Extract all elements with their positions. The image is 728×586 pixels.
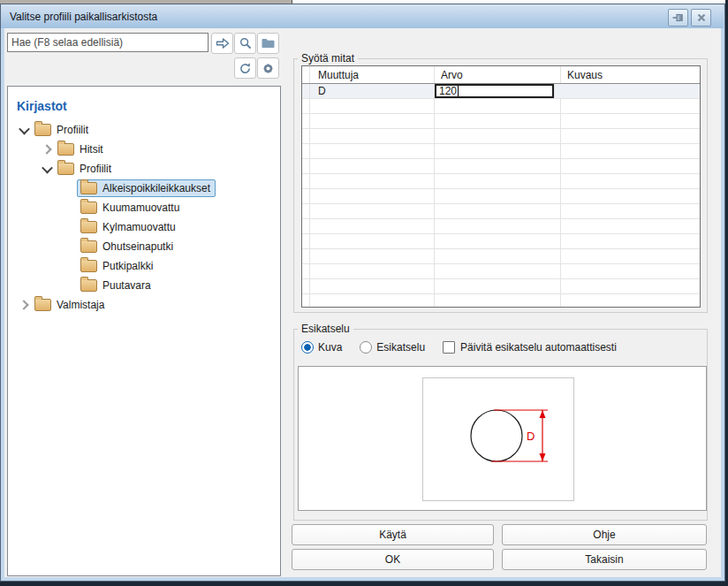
- folder-icon: [80, 240, 97, 253]
- settings-button[interactable]: [257, 57, 279, 79]
- circle-profile-drawing: D: [423, 378, 573, 500]
- table-row-empty[interactable]: [302, 279, 700, 294]
- apply-button[interactable]: Käytä: [292, 524, 494, 545]
- search-icon: [239, 37, 252, 49]
- dimension-table: Muuttuja Arvo Kuvaus D 120: [301, 65, 701, 308]
- table-row-empty[interactable]: [302, 144, 700, 159]
- folder-icon: [80, 182, 97, 194]
- radio-kuva-label[interactable]: Kuva: [318, 341, 342, 354]
- search-go-button[interactable]: [211, 33, 233, 54]
- folder-icon: [34, 299, 51, 311]
- dimension-table-empty-rows: [302, 99, 700, 308]
- help-button[interactable]: Ohje: [502, 524, 707, 545]
- tree-item-puutavara[interactable]: Puutavara: [8, 276, 280, 295]
- folder-browse-icon: [262, 38, 275, 49]
- screen: Valitse profiili paikallisarkistosta: [0, 0, 728, 586]
- tree-item-kylmamuovattu[interactable]: Kylmamuovattu: [8, 217, 280, 237]
- chevron-right-icon[interactable]: [40, 142, 54, 156]
- table-row-empty[interactable]: [302, 204, 700, 219]
- table-row-empty[interactable]: [302, 129, 700, 144]
- cell-variable-d[interactable]: D: [310, 84, 435, 98]
- cell-description-d[interactable]: [555, 84, 700, 98]
- folder-icon: [57, 143, 74, 156]
- ok-button[interactable]: OK: [292, 549, 494, 570]
- chevron-down-icon[interactable]: [17, 123, 31, 137]
- dialog-titlebar[interactable]: Valitse profiili paikallisarkistosta: [1, 4, 724, 28]
- preview-controls: Kuva Esikatselu Päivitä esikatselu autom…: [301, 341, 634, 354]
- search-input[interactable]: [7, 33, 209, 52]
- radio-kuva[interactable]: [301, 341, 314, 354]
- text-caret: [458, 86, 459, 96]
- dimension-d-label: D: [527, 430, 535, 443]
- dialog-title: Valitse profiili paikallisarkistosta: [10, 11, 157, 23]
- column-header-muuttuja[interactable]: Muuttuja: [310, 66, 435, 83]
- back-button[interactable]: Takaisin: [502, 549, 707, 570]
- close-icon: [697, 13, 706, 22]
- search-magnify-button[interactable]: [234, 33, 256, 54]
- tree-item-putkipalkki[interactable]: Putkipalkki: [8, 256, 280, 276]
- table-row-empty[interactable]: [302, 189, 700, 204]
- chevron-down-icon[interactable]: [40, 162, 54, 176]
- pin-button[interactable]: [668, 9, 688, 27]
- chevron-right-icon[interactable]: [17, 298, 31, 312]
- folder-icon: [80, 260, 97, 272]
- radio-esikatselu[interactable]: [360, 341, 372, 354]
- refresh-icon: [239, 62, 252, 75]
- table-row-empty[interactable]: [302, 264, 700, 279]
- tree-item-alkeispoikkileikkaukset[interactable]: Alkeispoikkileikkaukset: [8, 179, 280, 198]
- preview-groupbox: Esikatselu Kuva Esikatselu Päivitä esika…: [293, 329, 708, 521]
- column-header-arvo[interactable]: Arvo: [435, 66, 561, 83]
- gear-icon: [262, 62, 275, 75]
- folder-icon: [80, 221, 97, 233]
- table-row-empty[interactable]: [302, 249, 700, 264]
- checkbox-auto-update-label[interactable]: Päivitä esikatselu automaattisesti: [460, 341, 617, 354]
- close-button[interactable]: [691, 9, 711, 27]
- pin-icon: [672, 12, 684, 23]
- table-row-empty[interactable]: [302, 174, 700, 189]
- table-row-empty[interactable]: [302, 114, 700, 129]
- column-header-kuvaus[interactable]: Kuvaus: [561, 66, 700, 83]
- tree-item-valmistaja[interactable]: Valmistaja: [8, 295, 280, 315]
- cell-value-d[interactable]: 120: [435, 84, 555, 98]
- folder-icon: [80, 202, 97, 214]
- tree-item-hitsit[interactable]: Hitsit: [8, 140, 280, 159]
- folder-icon: [80, 279, 97, 292]
- profile-preview-image: D: [422, 377, 574, 501]
- tree-item-profiilit-sub[interactable]: Profiilit: [8, 159, 280, 179]
- dimensions-groupbox: Syötä mitat Muuttuja Arvo Kuvaus D 120: [293, 58, 708, 313]
- checkbox-auto-update[interactable]: [443, 341, 455, 354]
- table-row-empty[interactable]: [302, 234, 700, 249]
- go-arrow-icon: [216, 37, 230, 49]
- table-row-d[interactable]: D 120: [302, 84, 700, 99]
- tree-item-kuumamuovattu[interactable]: Kuumamuovattu: [8, 198, 280, 217]
- table-row-empty[interactable]: [302, 159, 700, 174]
- table-row-empty[interactable]: [302, 99, 700, 114]
- tree-item-profiilit-root[interactable]: Profiilit: [8, 120, 280, 140]
- refresh-button[interactable]: [234, 57, 256, 79]
- table-row-empty[interactable]: [302, 294, 700, 308]
- preview-canvas: D: [298, 366, 707, 511]
- radio-esikatselu-label[interactable]: Esikatselu: [376, 341, 425, 354]
- tree-item-ohutseinaputki[interactable]: Ohutseinaputki: [8, 237, 280, 256]
- value-input[interactable]: 120: [435, 84, 554, 98]
- table-row-empty[interactable]: [302, 219, 700, 234]
- dimensions-group-label: Syötä mitat: [298, 52, 358, 65]
- table-header-row: Muuttuja Arvo Kuvaus: [302, 66, 700, 84]
- folder-icon: [34, 124, 51, 136]
- browse-folder-button[interactable]: [257, 33, 279, 54]
- library-tree-panel: Kirjastot Profiilit Hitsit Profiilit Alk…: [7, 86, 281, 576]
- preview-group-label: Esikatselu: [298, 323, 353, 335]
- tree-heading: Kirjastot: [17, 99, 280, 113]
- folder-icon: [57, 163, 74, 175]
